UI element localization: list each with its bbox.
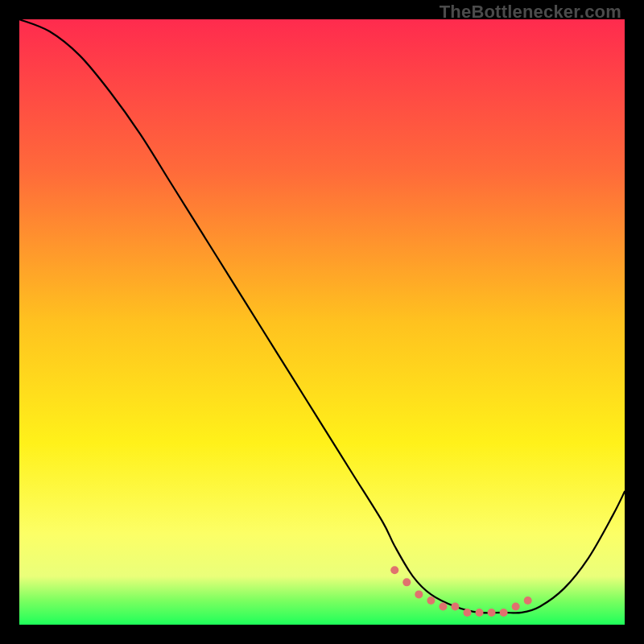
optimum-marker bbox=[439, 602, 447, 610]
optimum-marker bbox=[390, 566, 398, 574]
chart-svg bbox=[19, 19, 625, 625]
optimum-marker bbox=[488, 609, 496, 617]
watermark-text: TheBottlenecker.com bbox=[440, 2, 621, 23]
optimum-marker bbox=[427, 597, 435, 605]
optimum-marker bbox=[451, 602, 459, 610]
optimum-marker bbox=[500, 609, 508, 617]
optimum-marker bbox=[463, 609, 471, 617]
optimum-marker bbox=[415, 590, 423, 598]
chart-plot-area bbox=[19, 19, 625, 625]
optimum-marker bbox=[524, 597, 532, 605]
chart-gradient-bg bbox=[19, 19, 625, 625]
optimum-marker bbox=[402, 578, 411, 586]
optimum-marker bbox=[512, 602, 520, 610]
optimum-marker bbox=[476, 609, 484, 617]
